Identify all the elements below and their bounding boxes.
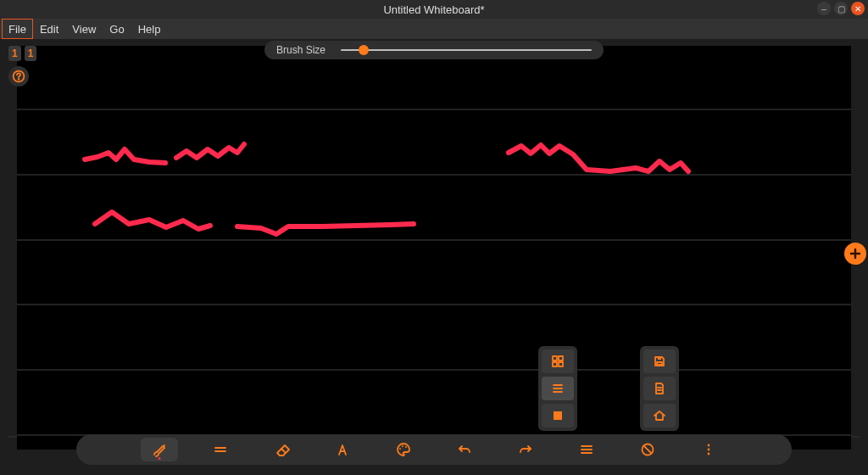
svg-point-16	[399, 448, 401, 450]
save-icon	[653, 355, 666, 368]
brush-icon	[151, 441, 168, 458]
redo-icon	[517, 441, 534, 458]
svg-rect-9	[559, 356, 563, 360]
svg-point-20	[708, 444, 710, 447]
redo-button[interactable]	[507, 438, 544, 461]
titlebar: Untitled Whiteboard* – ▢ ✕	[0, 0, 868, 19]
grid-icon	[551, 355, 565, 368]
menubar: File Edit View Go Help	[0, 19, 868, 39]
plus-icon	[849, 248, 861, 260]
more-option-save[interactable]	[643, 349, 676, 373]
page-indicator: 1 1	[8, 46, 36, 61]
window-title: Untitled Whiteboard*	[383, 3, 484, 16]
close-button[interactable]: ✕	[851, 2, 865, 15]
more-option-export[interactable]	[643, 377, 676, 400]
page-chip-1[interactable]: 1	[8, 46, 21, 61]
line-weight-tool[interactable]	[202, 438, 239, 461]
svg-point-21	[708, 449, 710, 451]
help-icon	[12, 70, 25, 83]
eraser-icon	[273, 441, 290, 458]
more-popup	[640, 346, 679, 431]
svg-point-7	[18, 78, 19, 80]
svg-rect-14	[658, 357, 661, 360]
help-button[interactable]	[8, 66, 29, 87]
top-left-cluster: 1 1	[8, 46, 36, 87]
more-menu-button[interactable]	[690, 438, 727, 461]
svg-point-17	[402, 445, 403, 447]
minimize-button[interactable]: –	[817, 2, 831, 15]
canvas[interactable]	[17, 46, 851, 450]
svg-rect-11	[559, 362, 563, 366]
line-weight-icon	[212, 441, 229, 458]
layout-option-lines[interactable]	[542, 377, 574, 400]
svg-point-18	[405, 446, 407, 448]
more-option-home[interactable]	[643, 404, 676, 428]
menu-help[interactable]: Help	[131, 19, 168, 39]
document-icon	[653, 382, 666, 395]
svg-point-15	[163, 444, 165, 447]
layout-option-grid[interactable]	[542, 349, 574, 373]
home-icon	[653, 409, 666, 422]
kebab-icon	[700, 441, 717, 458]
brush-size-slider[interactable]	[341, 44, 592, 56]
brush-tool[interactable]	[141, 438, 178, 461]
svg-point-22	[708, 453, 710, 455]
square-icon	[551, 409, 565, 422]
svg-rect-13	[657, 362, 662, 365]
undo-button[interactable]	[446, 438, 483, 461]
page-chip-2[interactable]: 1	[25, 46, 37, 61]
canvas-svg	[17, 46, 851, 450]
menu-go[interactable]: Go	[103, 19, 131, 39]
slider-track	[341, 49, 592, 51]
text-icon	[334, 441, 351, 458]
layout-option-blank[interactable]	[542, 404, 574, 428]
color-picker[interactable]	[385, 438, 422, 461]
bottom-toolbar	[76, 434, 792, 465]
undo-icon	[456, 441, 473, 458]
brush-size-control: Brush Size	[264, 41, 604, 59]
window-controls: – ▢ ✕	[817, 2, 865, 15]
menu-edit[interactable]: Edit	[33, 19, 65, 39]
text-tool[interactable]	[324, 438, 361, 461]
layout-menu-button[interactable]	[568, 438, 605, 461]
palette-icon	[395, 441, 412, 458]
svg-rect-8	[553, 356, 557, 360]
workspace: Brush Size 1 1	[0, 39, 868, 475]
eraser-tool[interactable]	[263, 438, 300, 461]
clear-button[interactable]	[629, 438, 666, 461]
prohibit-icon	[639, 441, 656, 458]
lines-icon	[551, 382, 565, 395]
add-page-button[interactable]	[844, 243, 866, 265]
active-color-dot	[159, 457, 161, 460]
layout-popup	[538, 346, 577, 431]
menu-file[interactable]: File	[2, 19, 33, 39]
menu-view[interactable]: View	[65, 19, 103, 39]
maximize-button[interactable]: ▢	[834, 2, 848, 15]
slider-thumb[interactable]	[359, 45, 369, 55]
brush-size-label: Brush Size	[276, 44, 326, 56]
svg-rect-12	[554, 411, 562, 420]
lines-icon	[578, 441, 595, 458]
svg-rect-10	[553, 362, 557, 366]
